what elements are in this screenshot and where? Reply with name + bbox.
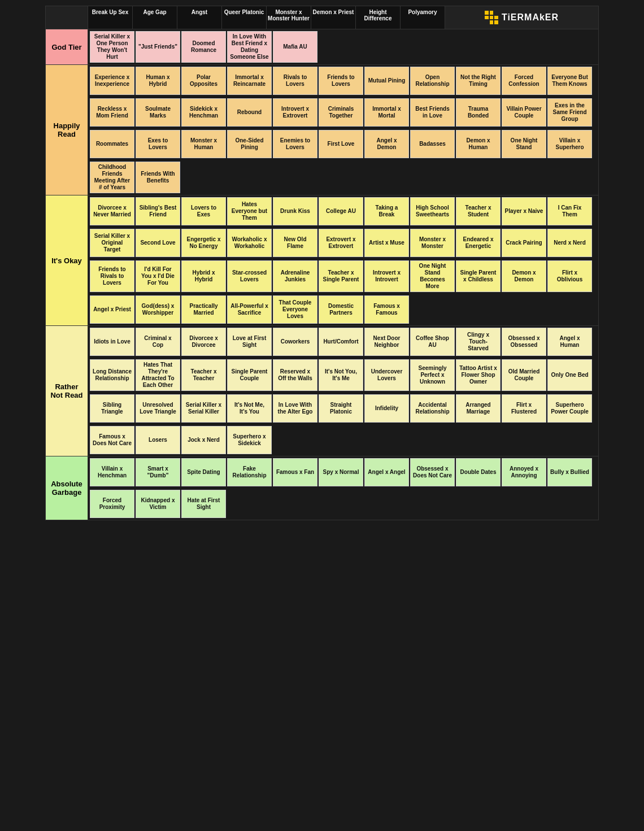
card: Monster x Human (181, 130, 226, 158)
card: Villain Power Couple (502, 98, 546, 127)
card: Serial Killer x Serial Killer (181, 394, 226, 423)
card: Hybrid x Hybrid (181, 260, 226, 292)
card: Superhero x Sidekick (227, 426, 272, 454)
rather-tier-label: Rather Not Read (46, 326, 88, 456)
card: Famous x Does Not Care (90, 426, 134, 454)
god-tier-label: God Tier (46, 29, 88, 65)
tiermaker-logo: TiERMAkER (450, 11, 594, 24)
card: Divorcee x Never Married (90, 197, 134, 225)
card: Unresolved Love Triangle (136, 394, 180, 423)
okay-cards-row-3: Friends to Rivals to Lovers I'd Kill For… (88, 259, 598, 294)
card: Old Married Couple (502, 359, 546, 391)
card: Enemies to Lovers (273, 130, 317, 158)
card: Villain x Henchman (90, 458, 134, 486)
card: Serial Killer x Original Target (90, 229, 134, 257)
card: Tattoo Artist x Flower Shop Owner (456, 359, 501, 391)
header-card: Demon x Priest (311, 6, 356, 29)
card: Introvert x Extrovert (273, 98, 317, 127)
card: Bully x Bullied (547, 458, 592, 486)
card: College AU (319, 197, 363, 225)
card: Hates That They're Attracted To Each Oth… (136, 359, 180, 391)
card: Taking a Break (364, 197, 409, 225)
card: It's Not Me, It's You (227, 394, 272, 423)
header-card: Age Gap (133, 6, 177, 29)
card: Villain x Superhero (547, 130, 592, 158)
god-tier-cards-row: Serial Killer x One Person They Won't Hu… (88, 29, 598, 64)
card: Angel x Demon (364, 130, 409, 158)
card: Domestic Partners (319, 295, 363, 324)
header-card: Angst (177, 6, 222, 29)
card: Friends to Lovers (319, 67, 363, 95)
card: Losers (136, 426, 180, 454)
card: Star-crossed Lovers (227, 260, 272, 292)
header-card: Polyamory (401, 6, 445, 29)
card: Human x Hybrid (136, 67, 180, 95)
card: Angel x Human (547, 328, 592, 356)
rather-cards-row-2: Long Distance Relationship Hates That Th… (88, 358, 598, 393)
card: One-Sided Pining (227, 130, 272, 158)
card: Endeared x Energetic (456, 229, 501, 257)
card: Arranged Marriage (456, 394, 501, 423)
header-card: Break Up Sex (88, 6, 133, 29)
logo-grid-icon (485, 11, 498, 24)
card: Clingy x Touch-Starved (456, 328, 501, 356)
card: Second Love (136, 229, 180, 257)
card: Accidental Relationship (410, 394, 455, 423)
okay-tier-label: It's Okay (46, 195, 88, 326)
rather-cards-row-4: Famous x Does Not Care Losers Jock x Ner… (88, 424, 598, 456)
card: Exes in the Same Friend Group (547, 98, 592, 127)
header-row: Break Up Sex Age Gap Angst Queer Platoni… (46, 6, 599, 29)
card: Monster x Monster (410, 229, 455, 257)
card: Engergetic x No Energy (181, 229, 226, 257)
card: Single Parent Couple (227, 359, 272, 391)
card: Fake Relationship (227, 458, 272, 486)
card: Polar Opposites (181, 67, 226, 95)
card: "Just Friends" (136, 31, 180, 63)
card: Smart x "Dumb" (136, 458, 180, 486)
card: One Night Stand Becomes More (410, 260, 455, 292)
card: Idiots in Love (90, 328, 134, 356)
happily-cards-row-4: Childhood Friends Meeting After # of Yea… (88, 160, 598, 195)
card: Friends to Rivals to Lovers (90, 260, 134, 292)
rather-tier-row: Rather Not Read Idiots in Love Criminal … (46, 326, 599, 456)
card: Double Dates (456, 458, 501, 486)
logo-cell (46, 6, 88, 29)
card: It's Not You, It's Me (319, 359, 363, 391)
card: Obsessed x Obsessed (502, 328, 546, 356)
card: Teacher x Teacher (181, 359, 226, 391)
okay-tier-content: Divorcee x Never Married Sibling's Best … (88, 195, 599, 326)
card: Practically Married (181, 295, 226, 324)
card: Sibling Triangle (90, 394, 134, 423)
card: Mutual Pining (364, 67, 409, 95)
happily-cards-row-3: Roommates Exes to Lovers Monster x Human… (88, 128, 598, 160)
card: Hurt/Comfort (319, 328, 363, 356)
garbage-tier-content: Villain x Henchman Smart x "Dumb" Spite … (88, 456, 599, 520)
happily-tier-content: Experience x Inexperience Human x Hybrid… (88, 65, 599, 195)
card: Everyone But Them Knows (547, 67, 592, 95)
card: Sibling's Best Friend (136, 197, 180, 225)
card: Teacher x Student (456, 197, 501, 225)
card: One Night Stand (502, 130, 546, 158)
card: Adrenaline Junkies (273, 260, 317, 292)
card: Undercover Lovers (364, 359, 409, 391)
happily-cards-row-2: Reckless x Mom Friend Soulmate Marks Sid… (88, 97, 598, 128)
card: Nerd x Nerd (547, 229, 592, 257)
card: Flirt x Flustered (502, 394, 546, 423)
rather-tier-content: Idiots in Love Criminal x Cop Divorcee x… (88, 326, 599, 456)
okay-tier-row: It's Okay Divorcee x Never Married Sibli… (46, 195, 599, 326)
logo-area: TiERMAkER (445, 6, 599, 29)
header-card: Queer Platonic (222, 6, 267, 29)
card: Lovers to Exes (181, 197, 226, 225)
card: First Love (319, 130, 363, 158)
card: Love at First Sight (227, 328, 272, 356)
okay-cards-row-1: Divorcee x Never Married Sibling's Best … (88, 195, 598, 227)
card: Next Door Neighbor (364, 328, 409, 356)
logo-text: TiERMAkER (502, 12, 559, 23)
card: Coffee Shop AU (410, 328, 455, 356)
card: That Couple Everyone Loves (273, 295, 317, 324)
card: Reckless x Mom Friend (90, 98, 134, 127)
card: Spite Dating (181, 458, 226, 486)
header-card: Monster x Monster Hunter (267, 6, 311, 29)
card: Rebound (227, 98, 272, 127)
card: Only One Bed (547, 359, 592, 391)
